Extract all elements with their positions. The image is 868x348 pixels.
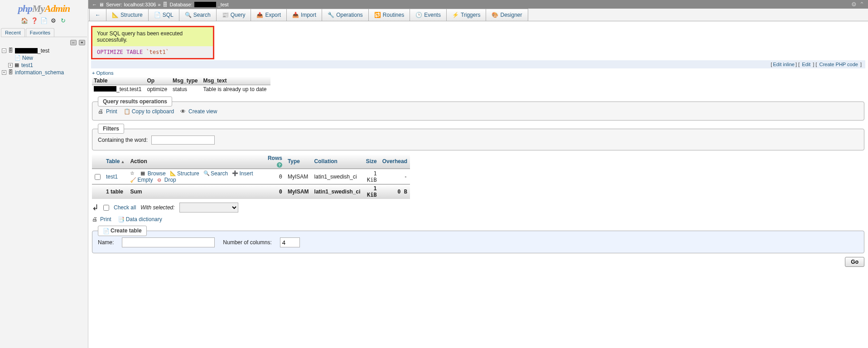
cell-table-suffix: _test.test1 [116, 86, 141, 92]
print-action[interactable]: 🖨Print [98, 108, 117, 115]
copy-action[interactable]: 📋Copy to clipboard [124, 108, 174, 115]
col-overhead-header[interactable]: Overhead [380, 154, 410, 169]
server-icon: 🖥 [99, 2, 104, 7]
sum-overhead: 0 B [380, 184, 410, 199]
checkall-label[interactable]: Check all [114, 204, 136, 211]
redacted-dbname [15, 48, 38, 53]
cell-size: 1 KiB [363, 169, 380, 184]
tree-new-label[interactable]: New [22, 55, 33, 61]
cell-overhead: - [380, 169, 410, 184]
tab-export[interactable]: 📤Export [251, 9, 287, 21]
db-tree: − 🗄 _test 📄 New + ▦ test1 + 🗄 informatio… [0, 46, 88, 77]
tab-operations[interactable]: 🔧Operations [322, 9, 369, 21]
tab-recent[interactable]: Recent [1, 28, 25, 37]
help-icon[interactable]: ? [277, 162, 282, 168]
data-dictionary-link[interactable]: 📑Data dictionary [118, 216, 162, 222]
arrow-up-icon: ↳ [92, 203, 99, 213]
tab-structure[interactable]: 📐Structure [106, 9, 149, 21]
drop-action[interactable]: ⊖Drop [157, 177, 176, 183]
designer-icon: 🎨 [492, 12, 498, 18]
structure-icon: 📐 [112, 12, 118, 18]
sum-sum: Sum [127, 184, 265, 199]
tab-triggers[interactable]: ⚡Triggers [446, 9, 487, 21]
col-size-header[interactable]: Size [363, 154, 380, 169]
col-rows-header[interactable]: Rows? [265, 154, 285, 169]
tab-label: Events [424, 12, 441, 18]
bc-server-link[interactable]: localhost:3306 [124, 2, 156, 7]
success-notice: Your SQL query has been executed success… [91, 26, 865, 59]
events-icon: 🕒 [415, 12, 422, 18]
tab-events[interactable]: 🕒Events [410, 9, 447, 21]
cell-collation: latin1_swedish_ci [312, 169, 363, 184]
sql-kw: TABLE [126, 49, 143, 55]
tree-new[interactable]: 📄 New [2, 54, 86, 62]
result-table: Table Op Msg_type Msg_text _test.test1 o… [92, 77, 270, 93]
col-type-header[interactable]: Type [285, 154, 312, 169]
main: ← 🖥 Server: localhost:3306 » 🗄 Database:… [88, 0, 868, 348]
cell-rows: 0 [265, 169, 285, 184]
name-label: Name: [98, 239, 114, 246]
search-action[interactable]: 🔍Search [203, 170, 228, 177]
print-label[interactable]: Print [106, 108, 117, 115]
gear-icon[interactable]: ⚙ [851, 1, 857, 8]
gear-icon[interactable]: ⚙ [50, 17, 57, 24]
collapse-top-icon[interactable]: ⌃ [859, 1, 864, 8]
col-table-header[interactable]: Table▲ [103, 154, 127, 169]
tab-routines[interactable]: 🔁Routines [368, 9, 410, 21]
plus-icon[interactable]: + [8, 63, 13, 68]
help-icon[interactable]: ❓ [31, 17, 38, 24]
collapse-icon[interactable]: – [70, 40, 77, 45]
table-name-link[interactable]: test1 [106, 174, 118, 180]
empty-action[interactable]: 🧹Empty [130, 177, 153, 183]
tree-db-current[interactable]: − 🗄 _test [2, 47, 86, 54]
tab-query[interactable]: 📰Query [216, 9, 251, 21]
tree-table-test1[interactable]: + ▦ test1 [2, 62, 86, 69]
star-action[interactable]: ☆ [130, 170, 136, 176]
tab-back[interactable]: ← [89, 9, 106, 21]
plus-icon[interactable]: + [2, 70, 6, 75]
copy-label[interactable]: Copy to clipboard [132, 108, 174, 115]
search-icon: 🔍 [185, 12, 191, 18]
create-view-label[interactable]: Create view [188, 108, 217, 115]
table-name-input[interactable] [122, 237, 215, 247]
with-selected-dropdown[interactable] [179, 203, 238, 213]
logo[interactable]: phpMyAdmin [0, 0, 88, 15]
link-icon[interactable]: ⚭ [79, 40, 85, 45]
edit-link[interactable]: Edit [802, 62, 810, 67]
insert-action[interactable]: ➕Insert [232, 170, 253, 177]
tree-info-schema-label[interactable]: information_schema [15, 69, 64, 76]
col-collation-header[interactable]: Collation [312, 154, 363, 169]
cell-msg-text: Table is already up to date [201, 85, 270, 94]
tree-table-label[interactable]: test1 [21, 62, 33, 68]
browse-action[interactable]: ▦Browse [140, 170, 166, 177]
filter-input[interactable] [151, 135, 215, 145]
reload-icon[interactable]: ↻ [60, 17, 67, 24]
tab-favorites[interactable]: Favorites [26, 28, 54, 37]
home-icon[interactable]: 🏠 [21, 17, 28, 24]
print-icon: 🖨 [98, 108, 104, 115]
checkall-checkbox[interactable] [103, 205, 109, 211]
tab-designer[interactable]: 🎨Designer [486, 9, 528, 21]
tree-db-info-schema[interactable]: + 🗄 information_schema [2, 69, 86, 76]
tab-sql[interactable]: 📄SQL [148, 9, 179, 21]
sql-icon[interactable]: 📄 [40, 17, 48, 24]
row-checkbox[interactable] [95, 174, 101, 180]
minus-icon[interactable]: − [2, 48, 6, 53]
back-arrow-icon[interactable]: ← [92, 2, 97, 7]
columns-input[interactable] [280, 237, 300, 247]
structure-action[interactable]: 📐Structure [170, 170, 199, 177]
edit-inline-link[interactable]: Edit inline [773, 62, 795, 67]
tab-search[interactable]: 🔍Search [179, 9, 217, 21]
create-php-link[interactable]: Create PHP code [819, 62, 858, 67]
options-toggle[interactable]: + Options [92, 70, 113, 76]
bc-sep: » [158, 2, 160, 7]
tab-label: Designer [500, 12, 522, 18]
bc-db-link[interactable]: _test [218, 2, 229, 7]
print-link[interactable]: 🖨Print [92, 216, 111, 222]
tab-import[interactable]: 📥Import [286, 9, 322, 21]
go-button[interactable]: Go [845, 257, 864, 267]
sql-icon: 📄 [154, 12, 160, 18]
checkall-row: ↳ Check all With selected: [92, 203, 864, 213]
sql-identifier: `test1` [146, 49, 169, 55]
create-view-action[interactable]: 👁Create view [180, 108, 217, 115]
